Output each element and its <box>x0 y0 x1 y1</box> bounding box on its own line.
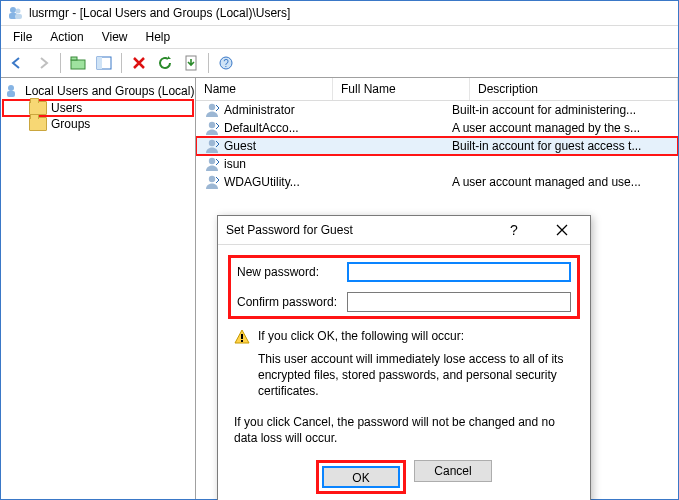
menu-view[interactable]: View <box>94 28 136 46</box>
separator <box>60 53 61 73</box>
row-description: Built-in account for administering... <box>444 102 678 118</box>
table-row[interactable]: WDAGUtility...A user account managed and… <box>196 173 678 191</box>
user-icon <box>204 102 220 118</box>
svg-text:?: ? <box>510 222 518 238</box>
titlebar: lusrmgr - [Local Users and Groups (Local… <box>1 1 678 26</box>
dialog-close-button[interactable] <box>542 216 582 244</box>
delete-button[interactable] <box>127 51 151 75</box>
svg-point-17 <box>209 176 215 182</box>
row-fullname <box>308 109 444 111</box>
svg-point-16 <box>209 158 215 164</box>
new-password-row: New password: <box>237 262 571 282</box>
cancel-note: If you click Cancel, the password will n… <box>234 414 574 446</box>
cancel-button[interactable]: Cancel <box>414 460 492 482</box>
window-title: lusrmgr - [Local Users and Groups (Local… <box>29 6 290 20</box>
ok-highlight: OK <box>316 460 406 494</box>
svg-rect-7 <box>97 57 102 69</box>
list-header: Name Full Name Description <box>196 78 678 101</box>
back-button[interactable] <box>5 51 29 75</box>
confirm-password-label: Confirm password: <box>237 295 347 309</box>
main-window: lusrmgr - [Local Users and Groups (Local… <box>0 0 679 500</box>
row-description: Built-in account for guest access t... <box>444 138 678 154</box>
dialog-buttons: OK Cancel <box>234 460 574 494</box>
tree-node-groups[interactable]: Groups <box>3 116 193 132</box>
row-name: Guest <box>224 139 256 153</box>
toolbar: ? <box>1 49 678 78</box>
folder-icon <box>29 117 47 131</box>
menubar: File Action View Help <box>1 26 678 49</box>
tree-users-label: Users <box>51 101 82 115</box>
table-row[interactable]: GuestBuilt-in account for guest access t… <box>196 137 678 155</box>
help-button[interactable]: ? <box>214 51 238 75</box>
svg-point-11 <box>8 85 14 91</box>
svg-rect-5 <box>71 57 77 60</box>
warning-row: If you click OK, the following will occu… <box>234 329 574 345</box>
table-row[interactable]: AdministratorBuilt-in account for admini… <box>196 101 678 119</box>
set-password-dialog: Set Password for Guest ? New password: C… <box>217 215 591 500</box>
row-fullname <box>308 163 444 165</box>
svg-rect-4 <box>71 60 85 69</box>
new-password-input[interactable] <box>347 262 571 282</box>
table-row[interactable]: isun <box>196 155 678 173</box>
table-row[interactable]: DefaultAcco...A user account managed by … <box>196 119 678 137</box>
separator <box>208 53 209 73</box>
col-name[interactable]: Name <box>196 78 333 100</box>
row-description <box>444 163 678 165</box>
col-description[interactable]: Description <box>470 78 678 100</box>
confirm-password-input[interactable] <box>347 292 571 312</box>
folder-icon <box>29 101 47 115</box>
dialog-title: Set Password for Guest <box>226 223 353 237</box>
new-password-label: New password: <box>237 265 347 279</box>
user-icon <box>204 174 220 190</box>
row-name: Administrator <box>224 103 295 117</box>
menu-file[interactable]: File <box>5 28 40 46</box>
export-list-button[interactable] <box>179 51 203 75</box>
warning-body: This user account will immediately lose … <box>258 351 574 400</box>
confirm-password-row: Confirm password: <box>237 292 571 312</box>
row-description: A user account managed by the s... <box>444 120 678 136</box>
inputs-highlight: New password: Confirm password: <box>228 255 580 319</box>
tree-groups-label: Groups <box>51 117 90 131</box>
tree-panel[interactable]: Local Users and Groups (Local) Users Gro… <box>1 78 196 499</box>
show-hide-tree-button[interactable] <box>92 51 116 75</box>
svg-point-2 <box>16 9 21 14</box>
forward-button[interactable] <box>31 51 55 75</box>
svg-point-15 <box>209 140 215 146</box>
svg-rect-20 <box>241 340 243 342</box>
row-fullname <box>308 181 444 183</box>
row-name: WDAGUtility... <box>224 175 300 189</box>
col-fullname[interactable]: Full Name <box>333 78 470 100</box>
row-fullname <box>308 145 444 147</box>
row-description: A user account managed and use... <box>444 174 678 190</box>
svg-rect-19 <box>241 334 243 339</box>
tree-root-label: Local Users and Groups (Local) <box>25 84 194 98</box>
app-icon <box>7 5 23 21</box>
svg-point-13 <box>209 104 215 110</box>
warning-lead: If you click OK, the following will occu… <box>258 329 464 345</box>
refresh-button[interactable] <box>153 51 177 75</box>
menu-action[interactable]: Action <box>42 28 91 46</box>
user-icon <box>204 156 220 172</box>
warning-icon <box>234 329 250 345</box>
svg-point-14 <box>209 122 215 128</box>
row-name: isun <box>224 157 246 171</box>
dialog-body: New password: Confirm password: If you c… <box>218 244 590 500</box>
dialog-titlebar: Set Password for Guest ? <box>218 216 590 244</box>
user-icon <box>204 120 220 136</box>
user-icon <box>204 138 220 154</box>
dialog-help-button[interactable]: ? <box>494 216 534 244</box>
users-groups-icon <box>5 83 21 99</box>
menu-help[interactable]: Help <box>138 28 179 46</box>
row-fullname <box>308 127 444 129</box>
row-name: DefaultAcco... <box>224 121 299 135</box>
svg-text:?: ? <box>223 58 229 69</box>
svg-rect-12 <box>7 91 15 97</box>
separator <box>121 53 122 73</box>
new-container-button[interactable] <box>66 51 90 75</box>
svg-rect-3 <box>15 14 22 19</box>
ok-button[interactable]: OK <box>322 466 400 488</box>
svg-point-0 <box>10 7 16 13</box>
